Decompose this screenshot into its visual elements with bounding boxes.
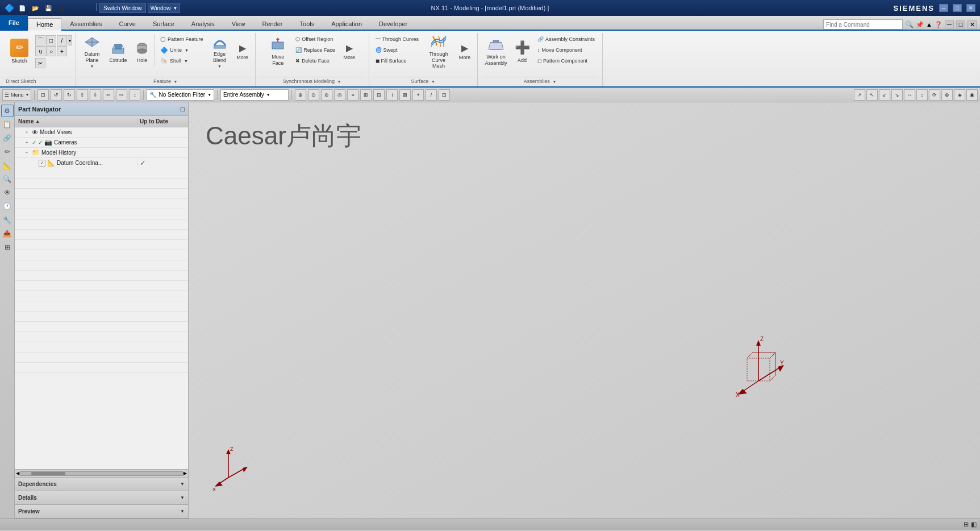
tab-curve[interactable]: Curve [111,17,144,30]
feature-more-btn[interactable]: ▶ More [233,34,252,68]
nav-section-dependencies[interactable]: Dependencies ▼ [15,478,188,491]
tree-expand-cameras[interactable]: + [23,139,30,146]
sketch-rect-btn[interactable]: □ [46,35,56,45]
extrude-btn[interactable]: Extrude [107,34,130,68]
qa-redo[interactable]: ↪ [82,3,93,13]
sketch-arc-btn[interactable]: ∪ [35,46,45,56]
sel-right3[interactable]: ↙ [879,89,890,101]
tree-row-model-history[interactable]: − 📁 Model History [15,148,188,158]
sel-icon8[interactable]: ↕ [129,89,140,101]
sidebar-icon-config[interactable]: ⊞ [1,241,14,254]
tab-file[interactable]: File [0,15,28,30]
sidebar-icon-measure[interactable]: 📐 [1,159,14,172]
sel-snap9[interactable]: ⊠ [399,89,411,101]
find-command-input[interactable] [823,19,903,30]
sel-right10[interactable]: ◉ [966,89,978,101]
tree-expand-model-history[interactable]: − [23,150,30,156]
sel-right6[interactable]: ↕ [916,89,928,101]
qa-save[interactable]: 💾 [43,3,54,13]
ribbon-help-btn[interactable]: ❓ [935,21,943,28]
pattern-component-btn[interactable]: ◻ Pattern Component [535,56,598,66]
sketch-circle-btn[interactable]: ○ [46,46,56,56]
sel-right9[interactable]: ◈ [954,89,965,101]
sel-icon6[interactable]: ⇦ [103,89,114,101]
ribbon-win-close[interactable]: ✕ [968,20,977,28]
assembly-constraints-btn[interactable]: 🔗 Assembly Constraints [535,34,598,44]
sidebar-icon-export[interactable]: 📤 [1,227,14,240]
tab-analysis[interactable]: Analysis [183,17,223,30]
sel-icon2[interactable]: ↺ [51,89,62,101]
offset-region-btn[interactable]: ⬡ Offset Region [293,34,338,44]
tree-expand-model-views[interactable]: + [23,129,30,136]
tab-developer[interactable]: Developer [370,17,416,30]
switch-window-btn[interactable]: Switch Window [99,3,146,13]
hscroll-thumb[interactable] [31,472,65,475]
status-icon2[interactable]: ◧ [971,521,977,528]
add-btn[interactable]: ➕ Add [512,34,532,68]
fill-surface-btn[interactable]: ◼ Fill Surface [373,56,422,66]
sel-icon5[interactable]: ⇩ [90,89,101,101]
maximize-btn[interactable]: □ [953,4,962,12]
tab-assemblies[interactable]: Assemblies [61,17,110,30]
sel-right1[interactable]: ↗ [854,89,865,101]
sync-more-btn[interactable]: ▶ More [340,34,358,68]
no-selection-filter-dropdown[interactable]: 🔧 No Selection Filter ▼ [147,89,214,101]
sel-snap12[interactable]: ⊡ [439,89,450,101]
sel-snap6[interactable]: ⊞ [360,89,372,101]
sketch-more-arrow[interactable]: ▼ [68,35,72,45]
sketch-btn[interactable]: ✏ Sketch [6,34,33,68]
sel-right8[interactable]: ⊕ [941,89,953,101]
sel-snap10[interactable]: + [412,89,424,101]
tab-render[interactable]: Render [253,17,291,30]
sel-snap4[interactable]: ◎ [334,89,345,101]
replace-face-btn[interactable]: 🔄 Replace Face [293,45,338,55]
status-icon1[interactable]: ⊞ [964,521,969,528]
pattern-feature-btn[interactable]: ⬡ Pattern Feature [157,34,206,44]
sel-snap5[interactable]: ≡ [347,89,358,101]
tree-row-cameras[interactable]: + ✓ ✓ 📷 Cameras [15,138,188,148]
hscroll-track[interactable] [19,471,184,476]
tab-home[interactable]: Home [28,18,61,31]
sel-right4[interactable]: ↘ [891,89,903,101]
unite-btn[interactable]: 🔷 Unite ▼ [157,45,206,55]
ribbon-win-min[interactable]: ─ [945,20,954,28]
qa-open[interactable]: 📂 [30,3,41,13]
hole-btn[interactable]: Hole [132,34,152,68]
sketch-trim-btn[interactable]: ✂ [35,58,45,68]
sidebar-icon-settings[interactable]: ⚙ [1,105,14,117]
nav-section-details[interactable]: Details ▼ [15,491,188,505]
minimize-btn[interactable]: ─ [939,4,948,12]
sel-snap3[interactable]: ⊘ [321,89,332,101]
sidebar-icon-tools[interactable]: 🔧 [1,214,14,226]
shell-btn[interactable]: 🐚 Shell ▼ [157,56,206,66]
move-face-btn[interactable]: MoveFace [265,34,290,68]
sel-snap7[interactable]: ⊟ [373,89,385,101]
close-btn[interactable]: ✕ [966,4,975,12]
sel-snap1[interactable]: ⊕ [295,89,306,101]
ribbon-win-max[interactable]: □ [956,20,965,28]
sel-snap11[interactable]: / [426,89,437,101]
sketch-curve-btn[interactable]: ⌒ [35,35,45,45]
sel-right7[interactable]: ⟳ [929,89,940,101]
hscroll-right[interactable]: ▶ [184,471,187,476]
work-on-assembly-btn[interactable]: Work onAssembly [482,34,510,68]
sketch-plus-btn[interactable]: + [57,46,67,56]
tab-surface[interactable]: Surface [144,17,183,30]
delete-face-btn[interactable]: ✖ Delete Face [293,56,338,66]
sel-right2[interactable]: ↖ [866,89,878,101]
ribbon-pin-btn[interactable]: 📌 [916,21,924,28]
sidebar-icon-parts[interactable]: 📋 [1,118,14,131]
menu-btn[interactable]: ☰ Menu ▼ [2,89,31,101]
tree-row-model-views[interactable]: + 👁 Model Views [15,127,188,138]
part-nav-hscroll[interactable]: ◀ ▶ [15,469,188,477]
window-menu-btn[interactable]: Window ▼ [148,3,181,13]
sel-icon4[interactable]: ⇧ [77,89,88,101]
sel-icon1[interactable]: ⊡ [37,89,49,101]
through-curve-mesh-btn[interactable]: ThroughCurve Mesh [424,34,453,68]
find-btn[interactable]: 🔍 [905,20,914,28]
sel-snap8[interactable]: ≀ [386,89,398,101]
nav-section-preview[interactable]: Preview ▼ [15,505,188,518]
datum-plane-btn[interactable]: DatumPlane ▼ [80,34,105,68]
sel-icon7[interactable]: ⇨ [116,89,127,101]
swept-btn[interactable]: 🌀 Swept [373,45,422,55]
